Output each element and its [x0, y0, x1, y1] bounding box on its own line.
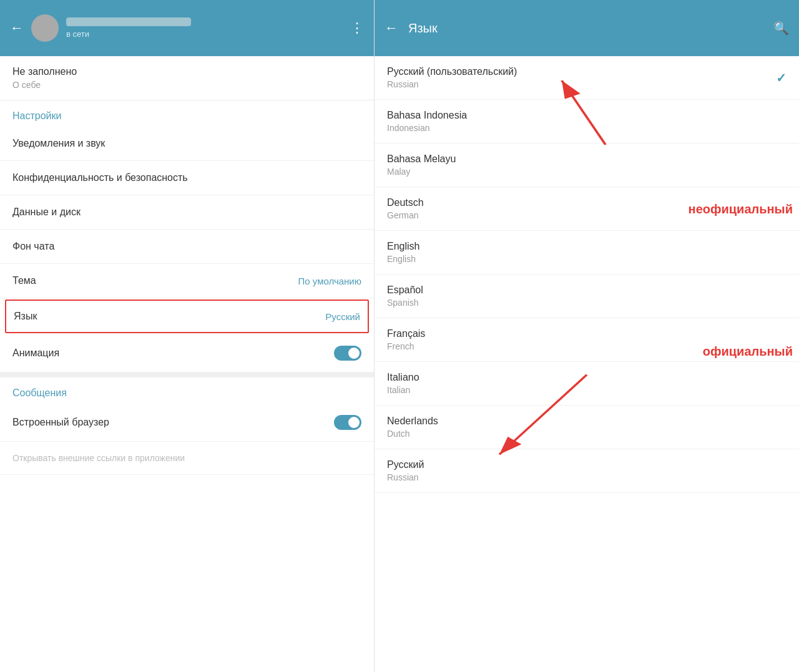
- settings-header: Настройки: [0, 100, 374, 127]
- lang-item-malay-text: Bahasa Melayu Malay: [387, 153, 456, 177]
- lang-native-spanish: Español: [387, 285, 423, 296]
- right-header: ← Язык 🔍: [375, 0, 799, 56]
- annotation-unofficial: неофициальный: [689, 202, 793, 216]
- settings-item-language[interactable]: Язык Русский: [5, 299, 369, 333]
- lang-item-malay[interactable]: Bahasa Melayu Malay: [375, 144, 799, 187]
- settings-item-data[interactable]: Данные и диск: [0, 195, 374, 230]
- back-icon-right[interactable]: ←: [385, 20, 398, 36]
- selected-checkmark: ✓: [776, 71, 787, 85]
- lang-item-german[interactable]: Deutsch German неофициальный: [375, 187, 799, 231]
- search-icon[interactable]: 🔍: [773, 21, 789, 36]
- lang-item-dutch-text: Nederlands Dutch: [387, 416, 438, 439]
- lang-native-indonesian: Bahasa Indonesia: [387, 110, 467, 121]
- settings-item-wallpaper-label: Фон чата: [12, 241, 54, 252]
- info-section: Не заполнено О себе: [0, 56, 374, 100]
- lang-item-indonesian[interactable]: Bahasa Indonesia Indonesian: [375, 100, 799, 144]
- contact-info: в сети: [66, 17, 343, 39]
- info-about: О себе: [12, 80, 361, 90]
- lang-english-indonesian: Indonesian: [387, 123, 467, 133]
- settings-item-browser[interactable]: Встроенный браузер: [0, 404, 374, 442]
- messages-header: Сообщения: [0, 377, 374, 404]
- lang-english-italian: Italian: [387, 385, 419, 395]
- lang-english-malay: Malay: [387, 167, 456, 177]
- left-content: Не заполнено О себе Настройки Уведомлени…: [0, 56, 374, 672]
- left-header: ← в сети ⋮: [0, 0, 374, 56]
- lang-native-italian: Italiano: [387, 372, 419, 383]
- annotation-official: официальный: [703, 344, 793, 359]
- language-screen-title: Язык: [408, 21, 763, 36]
- lang-item-dutch[interactable]: Nederlands Dutch: [375, 406, 799, 449]
- lang-native-english: English: [387, 241, 419, 252]
- settings-item-theme-value: По умолчанию: [298, 276, 361, 286]
- right-panel-wrapper: ← Язык 🔍 Русский (пользовательский) Russ…: [375, 0, 799, 672]
- settings-item-animation[interactable]: Анимация: [0, 334, 374, 373]
- settings-item-privacy-label: Конфиденциальность и безопасность: [12, 172, 188, 183]
- avatar: [31, 14, 59, 42]
- lang-native-dutch: Nederlands: [387, 416, 438, 427]
- lang-item-english[interactable]: English English: [375, 231, 799, 275]
- lang-item-spanish-text: Español Spanish: [387, 285, 423, 308]
- lang-item-russian-custom[interactable]: Русский (пользовательский) Russian ✓: [375, 56, 799, 100]
- settings-item-notifications[interactable]: Уведомления и звук: [0, 127, 374, 161]
- lang-item-french-text: Français French: [387, 328, 425, 351]
- settings-item-privacy[interactable]: Конфиденциальность и безопасность: [0, 161, 374, 195]
- settings-item-animation-label: Анимация: [12, 348, 59, 359]
- more-icon[interactable]: ⋮: [350, 20, 364, 36]
- lang-english-russian: Russian: [387, 472, 424, 482]
- settings-item-wallpaper[interactable]: Фон чата: [0, 230, 374, 264]
- right-panel: ← Язык 🔍 Русский (пользовательский) Russ…: [375, 0, 799, 493]
- lang-item-italian-text: Italiano Italian: [387, 372, 419, 395]
- language-list: Русский (пользовательский) Russian ✓ Bah…: [375, 56, 799, 493]
- lang-english-spanish: Spanish: [387, 298, 423, 308]
- lang-item-german-text: Deutsch German: [387, 197, 424, 220]
- contact-name: [66, 17, 191, 26]
- settings-item-data-label: Данные и диск: [12, 207, 81, 218]
- lang-english-english: English: [387, 254, 419, 264]
- left-panel: ← в сети ⋮ Не заполнено О себе Настройки…: [0, 0, 375, 672]
- settings-item-external-links-label: Открывать внешние ссылки в приложении: [12, 453, 185, 463]
- lang-native-russian-custom: Русский (пользовательский): [387, 66, 517, 77]
- settings-item-notifications-label: Уведомления и звук: [12, 138, 105, 149]
- lang-english-dutch: Dutch: [387, 429, 438, 439]
- lang-item-spanish[interactable]: Español Spanish: [375, 275, 799, 318]
- browser-toggle[interactable]: [334, 415, 361, 430]
- settings-item-external-links[interactable]: Открывать внешние ссылки в приложении: [0, 442, 374, 475]
- settings-item-theme-label: Тема: [12, 275, 36, 286]
- settings-item-language-value: Русский: [325, 311, 360, 322]
- settings-item-browser-label: Встроенный браузер: [12, 417, 109, 428]
- lang-native-french: Français: [387, 328, 425, 339]
- section-divider: [0, 373, 374, 377]
- lang-item-french[interactable]: Français French официальный: [375, 318, 799, 362]
- lang-native-russian: Русский: [387, 459, 424, 470]
- back-icon-left[interactable]: ←: [10, 20, 24, 36]
- lang-native-malay: Bahasa Melayu: [387, 153, 456, 165]
- info-not-filled: Не заполнено: [12, 66, 361, 77]
- lang-item-russian-text: Русский Russian: [387, 459, 424, 482]
- lang-english-french: French: [387, 341, 425, 351]
- lang-english-russian-custom: Russian: [387, 79, 517, 89]
- lang-item-indonesian-text: Bahasa Indonesia Indonesian: [387, 110, 467, 133]
- settings-item-theme[interactable]: Тема По умолчанию: [0, 264, 374, 298]
- contact-status: в сети: [66, 29, 343, 39]
- lang-item-italian[interactable]: Italiano Italian: [375, 362, 799, 406]
- lang-native-german: Deutsch: [387, 197, 424, 208]
- lang-item-russian[interactable]: Русский Russian: [375, 449, 799, 493]
- lang-item-english-text: English English: [387, 241, 419, 264]
- animation-toggle[interactable]: [334, 346, 361, 361]
- settings-item-language-label: Язык: [14, 311, 37, 322]
- lang-item-russian-custom-text: Русский (пользовательский) Russian: [387, 66, 517, 89]
- lang-english-german: German: [387, 210, 424, 220]
